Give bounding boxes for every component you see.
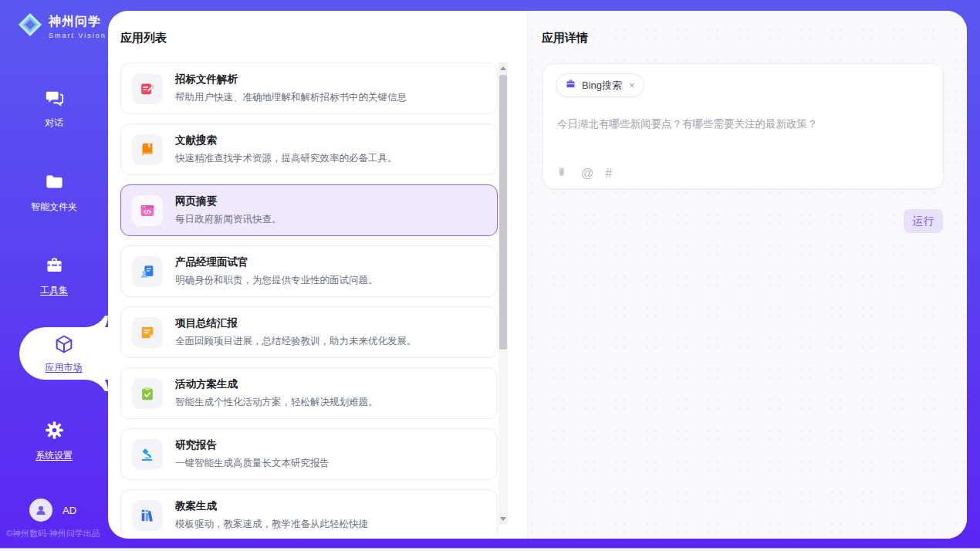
app-desc: 一键智能生成高质量长文本研究报告 — [175, 457, 329, 470]
clipboard-check-icon — [132, 378, 163, 409]
app-desc: 快速精准查找学术资源，提高研究效率的必备工具。 — [175, 152, 397, 165]
gear-icon — [0, 420, 108, 444]
sidebar-item-label: 智能文件夹 — [0, 201, 108, 214]
copyright-text: ©神州数码·神州问学出品 — [6, 528, 100, 539]
app-list-scrollbar[interactable] — [498, 63, 508, 524]
sidebar-item-toolset[interactable]: 工具集 — [0, 255, 108, 297]
brand-logo: 神州问学 Smart Vision — [17, 12, 106, 41]
sidebar-item-label: 对话 — [0, 117, 108, 130]
brand-tagline: Smart Vision — [49, 32, 106, 39]
app-card-literature-search[interactable]: 文献搜索 快速精准查找学术资源，提高研究效率的必备工具。 — [120, 123, 498, 175]
toolbox-icon — [0, 255, 108, 279]
app-name: 招标文件解析 — [175, 73, 407, 86]
app-card-lesson-plan[interactable]: 教案生成 模板驱动，教案速成，教学准备从此轻松快捷 — [120, 489, 498, 538]
app-name: 网页摘要 — [175, 194, 282, 208]
app-detail-title: 应用详情 — [542, 31, 588, 46]
sidebar-item-chat[interactable]: 对话 — [0, 87, 108, 130]
input-toolbar: @ # — [557, 165, 612, 182]
arrow-up-icon — [500, 66, 506, 70]
sidebar-item-settings[interactable]: 系统设置 — [0, 420, 108, 462]
app-card-bid-parse[interactable]: 招标文件解析 帮助用户快速、准确地理解和解析招标书中的关键信息 — [120, 63, 498, 114]
scroll-up-button[interactable] — [498, 63, 508, 73]
prompt-card: Bing搜索 × 今日湖北有哪些新闻要点？有哪些需要关注的最新政策？ @ # — [542, 63, 944, 189]
book-icon — [132, 134, 163, 165]
paperclip-icon[interactable] — [557, 165, 569, 182]
app-card-web-summary[interactable]: 网页摘要 每日政府新闻资讯快查。 — [120, 184, 498, 236]
mention-icon[interactable]: @ — [581, 167, 593, 180]
user-account[interactable]: AD — [29, 499, 76, 522]
app-card-event-plan[interactable]: 活动方案生成 智能生成个性化活动方案，轻松解决规划难题。 — [120, 367, 498, 419]
tool-chip-label: Bing搜索 — [582, 79, 622, 93]
briefcase-icon — [565, 78, 576, 93]
app-name: 文献搜索 — [175, 134, 397, 147]
sidebar-item-smart-folder[interactable]: 智能文件夹 — [0, 171, 108, 214]
app-card-pm-interviewer[interactable]: 产品经理面试官 明确身份和职责，为您提供专业性的面试问题。 — [120, 245, 498, 297]
app-desc: 明确身份和职责，为您提供专业性的面试问题。 — [175, 274, 378, 287]
app-window: 神州问学 Smart Vision 对话 智能文件夹 — [0, 0, 980, 551]
app-desc: 帮助用户快速、准确地理解和解析招标书中的关键信息 — [175, 91, 407, 104]
app-card-project-summary[interactable]: 项目总结汇报 全面回顾项目进展，总结经验教训，助力未来优化发展。 — [120, 306, 498, 358]
sidebar: 神州问学 Smart Vision 对话 智能文件夹 — [0, 0, 108, 551]
app-desc: 每日政府新闻资讯快查。 — [175, 213, 282, 226]
sidebar-item-label: 工具集 — [0, 284, 108, 297]
app-name: 产品经理面试官 — [175, 255, 378, 269]
browser-code-icon — [132, 195, 163, 226]
app-desc: 智能生成个性化活动方案，轻松解决规划难题。 — [175, 396, 378, 409]
interviewer-icon — [132, 256, 163, 287]
arrow-down-icon — [500, 517, 506, 521]
note-icon — [132, 317, 163, 348]
main-content: 应用列表 招标文件解析 帮助用户快速、准确地理解和解析招标书中的关键信息 — [108, 11, 967, 539]
sidebar-item-label: 系统设置 — [0, 449, 108, 462]
user-initials: AD — [63, 505, 76, 516]
app-name: 教案生成 — [175, 499, 368, 513]
books-icon — [132, 500, 163, 531]
query-input[interactable]: 今日湖北有哪些新闻要点？有哪些需要关注的最新政策？ — [557, 117, 928, 132]
chat-icon — [0, 87, 108, 111]
scrollbar-thumb[interactable] — [499, 75, 507, 350]
brand-name: 神州问学 — [49, 15, 101, 28]
app-desc: 模板驱动，教案速成，教学准备从此轻松快捷 — [175, 518, 368, 531]
app-detail-pane: 应用详情 Bing搜索 × 今日湖北有哪些新闻要点？有哪些需要关注的最新政策？ — [527, 11, 967, 539]
brand-diamond-icon — [17, 12, 43, 41]
app-name: 活动方案生成 — [175, 377, 378, 391]
tool-chip-bing-search[interactable]: Bing搜索 × — [556, 73, 644, 97]
app-desc: 全面回顾项目进展，总结经验教训，助力未来优化发展。 — [175, 335, 417, 348]
hash-icon[interactable]: # — [605, 167, 612, 180]
bottom-edge-strip — [0, 548, 980, 551]
cube-icon — [53, 333, 75, 358]
app-name: 项目总结汇报 — [175, 316, 417, 330]
sidebar-item-label: 应用市场 — [46, 361, 83, 374]
run-button[interactable]: 运行 — [904, 209, 943, 233]
app-list: 招标文件解析 帮助用户快速、准确地理解和解析招标书中的关键信息 文献搜索 快速精… — [120, 63, 498, 538]
app-card-research-report[interactable]: 研究报告 一键智能生成高质量长文本研究报告 — [120, 428, 498, 480]
app-list-title: 应用列表 — [120, 31, 167, 46]
app-name: 研究报告 — [175, 438, 329, 452]
microscope-icon — [132, 439, 163, 470]
document-edit-icon — [132, 73, 163, 104]
sidebar-item-app-market[interactable]: 应用市场 — [19, 327, 108, 380]
scroll-down-button[interactable] — [498, 513, 508, 524]
close-icon[interactable]: × — [629, 79, 635, 91]
folder-icon — [0, 171, 108, 195]
avatar — [29, 499, 52, 522]
